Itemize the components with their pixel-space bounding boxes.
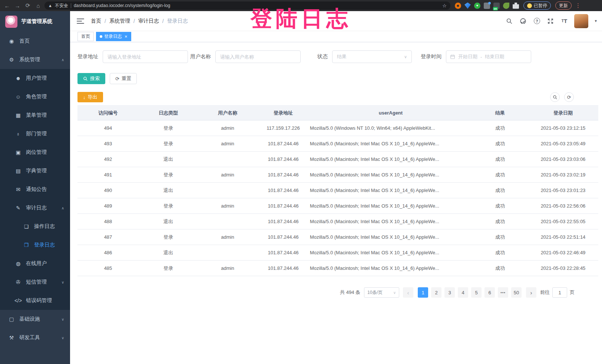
- next-page-button[interactable]: ›: [526, 287, 536, 298]
- extension-list-icon[interactable]: on: [493, 3, 500, 9]
- sidebar-item-label: 首页: [19, 38, 30, 44]
- export-button[interactable]: ↓ 导出: [77, 92, 103, 102]
- col-username: 用户名称: [198, 110, 257, 116]
- end-date-placeholder[interactable]: 结束日期: [485, 53, 504, 60]
- sidebar-item-infra[interactable]: ▢基础设施∨: [0, 310, 70, 328]
- search-icon[interactable]: [506, 17, 513, 25]
- browser-home-icon[interactable]: ⌂: [34, 1, 42, 10]
- refresh-icon: ⟳: [115, 76, 119, 82]
- cell-result: 成功: [472, 125, 528, 132]
- tab-close-icon[interactable]: ×: [125, 34, 128, 39]
- sidebar-item-label: 岗位管理: [26, 149, 47, 156]
- page-more-button[interactable]: •••: [498, 287, 508, 298]
- cell-log-type: 退出: [139, 187, 198, 194]
- sidebar-item-system[interactable]: ⚙系统管理∧: [0, 50, 70, 69]
- sidebar-item-error-code[interactable]: </>错误码管理: [0, 291, 70, 310]
- sidebar-item-sms[interactable]: ✇短信管理∨: [0, 273, 70, 291]
- pagination: 共 494 条 10条/页 ∨ ‹ 123456•••50 › 前往 页: [77, 287, 598, 298]
- page-size-select[interactable]: 10条/页 ∨: [364, 287, 399, 298]
- sidebar-item-menu[interactable]: ▦菜单管理: [0, 106, 70, 125]
- page-button-2[interactable]: 2: [431, 287, 441, 298]
- reset-button[interactable]: ⟳ 重置: [110, 73, 137, 84]
- refresh-table-button[interactable]: ⟳: [564, 92, 574, 102]
- login-address-input[interactable]: [103, 50, 188, 63]
- help-icon[interactable]: ?: [533, 17, 540, 25]
- cell-id: 494: [77, 125, 139, 131]
- extension-gem-icon[interactable]: [464, 3, 471, 9]
- security-label[interactable]: 不安全: [55, 3, 68, 9]
- table-row: 492退出101.87.244.46Mozilla/5.0 (Macintosh…: [77, 152, 598, 167]
- extension-icons: ♥ on: [455, 3, 519, 9]
- chevron-up-icon: ∧: [62, 58, 64, 62]
- breadcrumb-audit[interactable]: 审计日志: [138, 18, 159, 24]
- page-button-4[interactable]: 4: [458, 287, 468, 298]
- profile-paused-chip[interactable]: 已暂停: [523, 1, 551, 10]
- font-size-icon[interactable]: TT: [560, 17, 568, 25]
- cell-id: 486: [77, 250, 139, 255]
- sidebar-item-home[interactable]: ◉首页: [0, 32, 70, 50]
- hide-search-button[interactable]: [550, 92, 560, 102]
- tab-home-label: 首页: [81, 33, 90, 40]
- goto-page-input[interactable]: [552, 287, 567, 298]
- extension-leaf-icon[interactable]: [503, 3, 509, 9]
- start-date-placeholder[interactable]: 开始日期: [458, 53, 477, 60]
- page-button-50[interactable]: 50: [511, 287, 522, 298]
- tab-login-log[interactable]: 登录日志 ×: [96, 32, 131, 41]
- hamburger-icon[interactable]: [77, 19, 84, 24]
- extensions-puzzle-icon[interactable]: [513, 3, 519, 9]
- sidebar-item-role[interactable]: ☺角色管理: [0, 87, 70, 106]
- filter-actions: 搜索 ⟳ 重置: [77, 73, 598, 84]
- bookmark-star-icon[interactable]: ☆: [442, 3, 447, 9]
- avatar-caret-icon[interactable]: ▾: [595, 19, 597, 23]
- tab-home[interactable]: 首页: [77, 32, 94, 41]
- sidebar-item-operate-log[interactable]: ❏操作日志: [0, 217, 70, 236]
- sidebar-item-post[interactable]: ▣岗位管理: [0, 143, 70, 162]
- sidebar-item-dict[interactable]: ▤字典管理: [0, 162, 70, 180]
- status-select[interactable]: 结果 ∨: [332, 50, 412, 63]
- browser-back-icon[interactable]: ←: [3, 1, 11, 10]
- cell-user-agent: Mozilla/5.0 (Macintosh; Intel Mac OS X 1…: [309, 141, 472, 146]
- sidebar-item-audit-log[interactable]: ✎审计日志∧: [0, 199, 70, 217]
- page-button-3[interactable]: 3: [444, 287, 455, 298]
- sidebar-item-online-user[interactable]: ◍在线用户: [0, 254, 70, 273]
- dict-icon: ▤: [14, 168, 22, 174]
- cell-result: 成功: [472, 203, 528, 209]
- avatar[interactable]: [574, 14, 588, 28]
- goto-label: 前往: [540, 289, 550, 296]
- col-login-date: 登录日期: [528, 110, 598, 116]
- extension-orange-icon[interactable]: [455, 3, 461, 9]
- browser-update-button[interactable]: 更新: [555, 1, 572, 10]
- cell-login-address: 101.87.244.46: [257, 156, 309, 162]
- page-button-5[interactable]: 5: [471, 287, 482, 298]
- date-range-picker[interactable]: 开始日期 - 结束日期: [446, 50, 531, 63]
- app-logo[interactable]: 芋道管理系统: [0, 11, 70, 32]
- browser-forward-icon[interactable]: →: [13, 1, 22, 10]
- browser-reload-icon[interactable]: ⟳: [24, 1, 32, 10]
- table-row: 491登录admin101.87.244.46Mozilla/5.0 (Maci…: [77, 167, 598, 183]
- extension-grid-icon[interactable]: [484, 3, 490, 9]
- sidebar-item-login-log[interactable]: ❐登录日志: [0, 236, 70, 254]
- page-button-6[interactable]: 6: [484, 287, 495, 298]
- username-input[interactable]: [215, 50, 301, 63]
- sidebar-item-dept[interactable]: ♁部门管理: [0, 125, 70, 143]
- sidebar: 芋道管理系统 ◉首页⚙系统管理∧☻用户管理☺角色管理▦菜单管理♁部门管理▣岗位管…: [0, 11, 70, 364]
- cell-log-type: 登录: [139, 140, 198, 147]
- chevron-down-icon: ∨: [62, 336, 64, 340]
- chevron-down-icon: ∨: [404, 54, 407, 59]
- github-icon[interactable]: [519, 17, 527, 25]
- browser-menu-icon[interactable]: ⋮: [575, 2, 581, 9]
- fullscreen-icon[interactable]: [547, 17, 554, 25]
- page-button-1[interactable]: 1: [418, 287, 428, 298]
- table-row: 485登录admin101.87.244.46Mozilla/5.0 (Maci…: [77, 261, 598, 276]
- address-bar[interactable]: ▲ 不安全 dashboard.yudao.iocoder.cn/system/…: [44, 1, 450, 10]
- prev-page-button[interactable]: ‹: [403, 287, 413, 298]
- breadcrumb-home[interactable]: 首页: [91, 18, 101, 24]
- extension-heart-icon[interactable]: ♥: [474, 3, 480, 9]
- sidebar-item-label: 部门管理: [26, 130, 47, 137]
- search-button[interactable]: 搜索: [77, 73, 105, 84]
- sidebar-item-devtool[interactable]: ⚒研发工具∨: [0, 328, 70, 347]
- breadcrumb-system[interactable]: 系统管理: [109, 18, 130, 24]
- sidebar-item-notice[interactable]: ✉通知公告: [0, 180, 70, 199]
- cell-log-type: 登录: [139, 265, 198, 272]
- sidebar-item-user[interactable]: ☻用户管理: [0, 69, 70, 87]
